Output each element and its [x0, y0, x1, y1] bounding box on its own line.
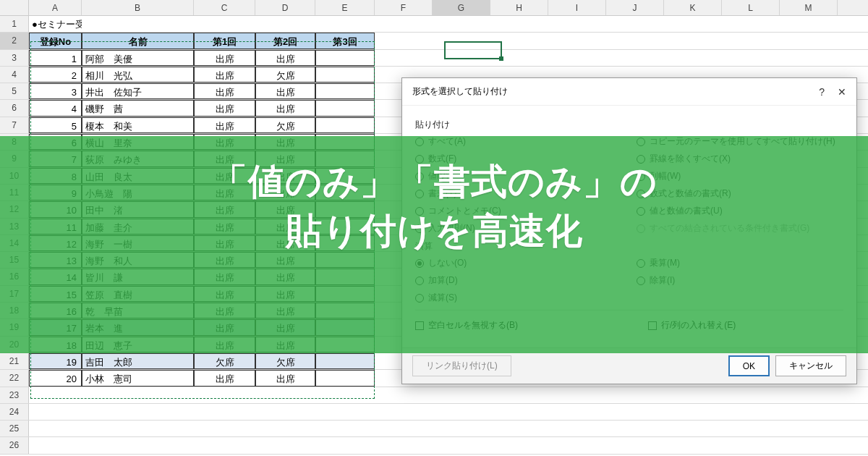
- row-header-24[interactable]: 24: [0, 404, 29, 420]
- cell-E7[interactable]: [315, 117, 375, 133]
- cell-B5[interactable]: 井出 佐知子: [82, 83, 194, 99]
- cell-F24[interactable]: [375, 404, 433, 420]
- cell-H25[interactable]: [490, 421, 548, 436]
- cell-B6[interactable]: 磯野 茜: [82, 100, 194, 116]
- cell-B4[interactable]: 相川 光弘: [82, 67, 194, 83]
- cell-M3[interactable]: [780, 50, 838, 66]
- cell-B3[interactable]: 阿部 美優: [82, 50, 194, 66]
- cell-I24[interactable]: [548, 404, 606, 420]
- row-header-22[interactable]: 22: [0, 370, 29, 386]
- cell-K1[interactable]: [664, 16, 722, 32]
- cell-L26[interactable]: [722, 437, 780, 453]
- cell-I26[interactable]: [548, 437, 606, 453]
- cell-F1[interactable]: [375, 16, 433, 32]
- cell-A3[interactable]: 1: [29, 50, 82, 66]
- cell-B24[interactable]: [82, 404, 194, 420]
- cell-C1[interactable]: [194, 16, 255, 32]
- cell-C24[interactable]: [194, 404, 255, 420]
- cell-A5[interactable]: 3: [29, 83, 82, 99]
- cell-G23[interactable]: [433, 387, 490, 403]
- cell-A6[interactable]: 4: [29, 100, 82, 116]
- cell-B7[interactable]: 榎本 和美: [82, 117, 194, 133]
- cell-A21[interactable]: 19: [29, 353, 82, 369]
- close-icon[interactable]: ✕: [838, 86, 846, 98]
- cell-D24[interactable]: [255, 404, 315, 420]
- cell-A25[interactable]: [29, 421, 82, 436]
- cell-A22[interactable]: 20: [29, 370, 82, 386]
- cell-A7[interactable]: 5: [29, 117, 82, 133]
- cell-J3[interactable]: [606, 50, 664, 66]
- cell-C25[interactable]: [194, 421, 255, 436]
- cell-J24[interactable]: [606, 404, 664, 420]
- cell-J1[interactable]: [606, 16, 664, 32]
- cell-A2[interactable]: 登録No: [29, 33, 82, 48]
- cell-K26[interactable]: [664, 437, 722, 453]
- cell-C4[interactable]: 出席: [194, 67, 255, 83]
- cell-H2[interactable]: [490, 33, 548, 48]
- cell-A26[interactable]: [29, 437, 82, 453]
- col-header-F[interactable]: F: [375, 0, 433, 15]
- cell-C6[interactable]: 出席: [194, 100, 255, 116]
- cell-D3[interactable]: 出席: [255, 50, 315, 66]
- help-icon[interactable]: ?: [819, 86, 825, 98]
- cell-E2[interactable]: 第3回: [315, 33, 375, 48]
- row-header-2[interactable]: 2: [0, 33, 29, 48]
- cell-A23[interactable]: [29, 387, 82, 403]
- cell-K23[interactable]: [664, 387, 722, 403]
- cell-E23[interactable]: [315, 387, 375, 403]
- cell-J2[interactable]: [606, 33, 664, 48]
- cell-B26[interactable]: [82, 437, 194, 453]
- cell-D25[interactable]: [255, 421, 315, 436]
- col-header-I[interactable]: I: [548, 0, 606, 15]
- cell-G3[interactable]: [433, 50, 490, 66]
- cell-C26[interactable]: [194, 437, 255, 453]
- row-header-6[interactable]: 6: [0, 100, 29, 116]
- row-header-3[interactable]: 3: [0, 50, 29, 66]
- col-header-E[interactable]: E: [315, 0, 375, 15]
- paste-link-button[interactable]: リンク貼り付け(L): [412, 355, 511, 376]
- col-header-G[interactable]: G: [433, 0, 490, 15]
- cell-A1[interactable]: ●セミナー受講者名簿: [29, 16, 82, 32]
- cell-E6[interactable]: [315, 100, 375, 116]
- col-header-C[interactable]: C: [194, 0, 255, 15]
- cell-C23[interactable]: [194, 387, 255, 403]
- cell-K25[interactable]: [664, 421, 722, 436]
- row-header-25[interactable]: 25: [0, 421, 29, 436]
- col-header-J[interactable]: J: [606, 0, 664, 15]
- cell-J23[interactable]: [606, 387, 664, 403]
- cell-A24[interactable]: [29, 404, 82, 420]
- cell-H1[interactable]: [490, 16, 548, 32]
- cell-L24[interactable]: [722, 404, 780, 420]
- cell-D5[interactable]: 出席: [255, 83, 315, 99]
- cell-B25[interactable]: [82, 421, 194, 436]
- cell-G1[interactable]: [433, 16, 490, 32]
- cell-E25[interactable]: [315, 421, 375, 436]
- ok-button[interactable]: OK: [728, 355, 770, 376]
- cell-I2[interactable]: [548, 33, 606, 48]
- row-header-4[interactable]: 4: [0, 67, 29, 83]
- cell-M24[interactable]: [780, 404, 838, 420]
- cell-B21[interactable]: 吉田 太郎: [82, 353, 194, 369]
- cell-D23[interactable]: [255, 387, 315, 403]
- row-header-1[interactable]: 1: [0, 16, 29, 32]
- cell-M23[interactable]: [780, 387, 838, 403]
- cell-E4[interactable]: [315, 67, 375, 83]
- cell-I23[interactable]: [548, 387, 606, 403]
- cell-C21[interactable]: 欠席: [194, 353, 255, 369]
- row-header-21[interactable]: 21: [0, 353, 29, 369]
- cell-F23[interactable]: [375, 387, 433, 403]
- cell-E1[interactable]: [315, 16, 375, 32]
- cell-B23[interactable]: [82, 387, 194, 403]
- cell-G25[interactable]: [433, 421, 490, 436]
- cell-K24[interactable]: [664, 404, 722, 420]
- cell-F26[interactable]: [375, 437, 433, 453]
- cell-B22[interactable]: 小林 憲司: [82, 370, 194, 386]
- cell-G24[interactable]: [433, 404, 490, 420]
- cell-C5[interactable]: 出席: [194, 83, 255, 99]
- cell-M1[interactable]: [780, 16, 838, 32]
- cell-D21[interactable]: 欠席: [255, 353, 315, 369]
- col-header-A[interactable]: A: [29, 0, 82, 15]
- cell-C3[interactable]: 出席: [194, 50, 255, 66]
- cell-D22[interactable]: 出席: [255, 370, 315, 386]
- cancel-button[interactable]: キャンセル: [775, 355, 846, 376]
